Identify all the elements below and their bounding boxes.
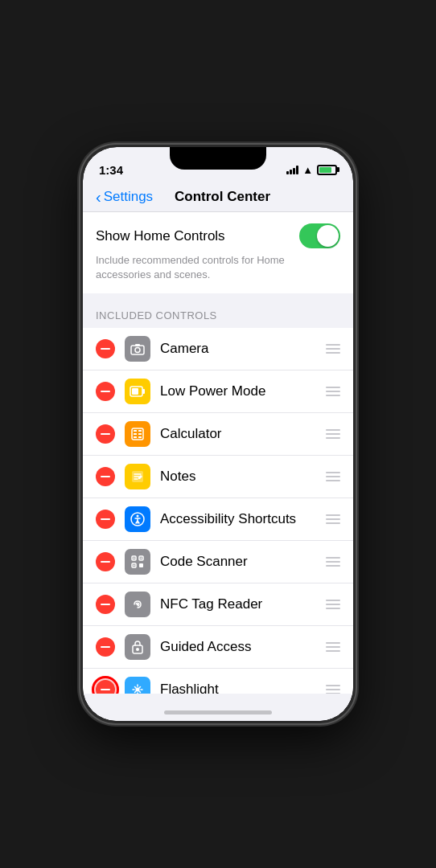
drag-handle[interactable] — [326, 344, 340, 354]
drag-handle[interactable] — [326, 514, 340, 524]
drag-line — [326, 352, 340, 354]
remove-icon — [101, 689, 110, 690]
home-indicator[interactable] — [83, 694, 353, 721]
signal-bars — [286, 165, 298, 174]
svg-rect-9 — [134, 433, 137, 435]
svg-rect-20 — [134, 558, 135, 559]
lowpower-icon — [125, 379, 150, 404]
svg-rect-4 — [132, 388, 138, 395]
drag-line — [326, 650, 340, 652]
toggle-description: Include recommended controls for Home ac… — [96, 253, 340, 282]
svg-point-23 — [137, 604, 139, 606]
drag-handle[interactable] — [326, 557, 340, 567]
drag-line — [326, 391, 340, 392]
remove-icon — [101, 646, 110, 648]
svg-point-26 — [136, 688, 140, 692]
remove-icon — [101, 561, 110, 563]
drag-line — [326, 557, 340, 559]
drag-line — [326, 522, 340, 524]
svg-point-15 — [137, 515, 139, 518]
included-controls-list: Camera — [83, 328, 353, 694]
drag-line — [326, 429, 340, 431]
drag-line — [326, 348, 340, 350]
calculator-label: Calculator — [160, 426, 326, 442]
status-time: 1:34 — [99, 163, 123, 177]
list-item-flashlight: Flashlight — [83, 669, 353, 694]
phone-frame: 1:34 ▲ ‹ Set — [80, 145, 356, 723]
drag-line — [326, 472, 340, 473]
svg-rect-8 — [138, 430, 142, 432]
remove-camera-button[interactable] — [96, 339, 115, 358]
guidedaccess-icon — [125, 634, 150, 660]
accessibility-icon — [125, 506, 150, 532]
list-item: Camera — [83, 328, 353, 371]
codescanner-icon — [125, 549, 150, 575]
guidedaccess-label: Guided Access — [160, 639, 326, 655]
drag-line — [326, 646, 340, 648]
remove-codescanner-button[interactable] — [96, 552, 115, 571]
remove-icon — [101, 476, 110, 477]
svg-rect-11 — [134, 436, 137, 438]
camera-icon — [125, 336, 150, 362]
remove-notes-button[interactable] — [96, 467, 115, 486]
remove-guidedaccess-button[interactable] — [96, 637, 115, 657]
drag-handle[interactable] — [326, 429, 340, 439]
drag-handle[interactable] — [326, 685, 340, 694]
remove-calculator-button[interactable] — [96, 424, 115, 444]
svg-point-1 — [135, 348, 140, 353]
drag-line — [326, 565, 340, 567]
show-home-controls-toggle[interactable] — [299, 223, 340, 248]
nav-title: Control Center — [105, 189, 340, 205]
battery-fill — [319, 167, 331, 173]
list-item: Calculator — [83, 413, 353, 456]
toggle-row: Show Home Controls — [96, 223, 340, 248]
remove-icon — [101, 433, 110, 435]
drag-line — [326, 608, 340, 609]
svg-point-25 — [136, 648, 139, 651]
drag-handle[interactable] — [326, 642, 340, 652]
drag-handle[interactable] — [326, 600, 340, 609]
flashlight-label: Flashlight — [160, 682, 326, 694]
remove-icon — [101, 518, 110, 520]
list-item: Code Scanner — [83, 541, 353, 583]
drag-line — [326, 395, 340, 396]
drag-line — [326, 437, 340, 439]
remove-flashlight-button[interactable] — [96, 680, 115, 694]
lowpower-label: Low Power Mode — [160, 383, 326, 399]
drag-handle[interactable] — [326, 472, 340, 481]
calculator-icon — [125, 421, 150, 447]
drag-line — [326, 344, 340, 346]
drag-line — [326, 693, 340, 694]
battery-icon — [317, 165, 337, 175]
nav-bar: ‹ Settings Control Center — [83, 182, 353, 212]
toggle-label: Show Home Controls — [96, 228, 225, 244]
notes-icon — [125, 464, 150, 489]
remove-nfc-button[interactable] — [96, 595, 115, 614]
drag-line — [326, 642, 340, 644]
drag-line — [326, 476, 340, 477]
remove-lowpower-button[interactable] — [96, 382, 115, 401]
back-chevron-icon: ‹ — [96, 189, 101, 205]
wifi-icon: ▲ — [302, 164, 313, 176]
svg-rect-22 — [134, 565, 135, 567]
svg-rect-21 — [141, 558, 142, 559]
home-bar — [164, 710, 272, 714]
list-item: Guided Access — [83, 626, 353, 669]
content-area[interactable]: Show Home Controls Include recommended c… — [83, 212, 353, 694]
codescanner-label: Code Scanner — [160, 554, 326, 570]
nfc-label: NFC Tag Reader — [160, 596, 326, 612]
screen: 1:34 ▲ ‹ Set — [83, 147, 353, 721]
notch — [170, 147, 266, 170]
svg-rect-7 — [134, 430, 137, 432]
svg-rect-12 — [138, 436, 142, 438]
remove-accessibility-button[interactable] — [96, 510, 115, 529]
svg-rect-10 — [138, 433, 142, 435]
signal-bar-2 — [290, 170, 292, 174]
svg-rect-5 — [142, 389, 145, 394]
drag-line — [326, 514, 340, 516]
drag-handle[interactable] — [326, 387, 340, 396]
signal-bar-4 — [296, 166, 298, 174]
drag-line — [326, 387, 340, 388]
phone-inner: 1:34 ▲ ‹ Set — [83, 147, 353, 721]
toggle-section: Show Home Controls Include recommended c… — [83, 212, 353, 293]
